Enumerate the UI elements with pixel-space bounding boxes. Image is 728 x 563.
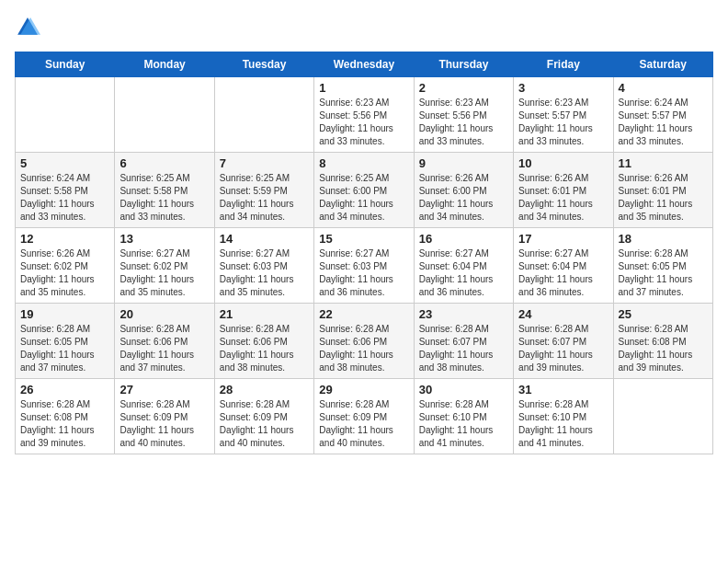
day-info: Sunrise: 6:26 AM Sunset: 6:01 PM Dayligh… [619,172,708,224]
calendar-cell: 27Sunrise: 6:28 AM Sunset: 6:09 PM Dayli… [115,379,214,454]
day-number: 4 [619,81,708,95]
day-info: Sunrise: 6:25 AM Sunset: 5:58 PM Dayligh… [119,172,209,224]
calendar-cell: 26Sunrise: 6:28 AM Sunset: 6:08 PM Dayli… [16,379,115,454]
day-number: 10 [518,156,608,170]
calendar-cell: 10Sunrise: 6:26 AM Sunset: 6:01 PM Dayli… [514,153,613,228]
calendar-cell: 24Sunrise: 6:28 AM Sunset: 6:07 PM Dayli… [514,304,613,379]
day-number: 26 [20,383,109,396]
day-info: Sunrise: 6:23 AM Sunset: 5:56 PM Dayligh… [319,97,408,148]
calendar-cell: 20Sunrise: 6:28 AM Sunset: 6:06 PM Dayli… [115,304,214,379]
calendar-cell: 1Sunrise: 6:23 AM Sunset: 5:56 PM Daylig… [314,77,414,153]
calendar-cell: 6Sunrise: 6:25 AM Sunset: 5:58 PM Daylig… [115,153,214,228]
day-number: 30 [419,383,508,396]
calendar-cell: 23Sunrise: 6:28 AM Sunset: 6:07 PM Dayli… [414,304,513,379]
day-number: 18 [619,232,708,246]
day-number: 6 [119,156,209,170]
calendar-week-row: 26Sunrise: 6:28 AM Sunset: 6:08 PM Dayli… [16,379,713,454]
day-info: Sunrise: 6:28 AM Sunset: 6:10 PM Dayligh… [419,398,508,450]
weekday-row: SundayMondayTuesdayWednesdayThursdayFrid… [16,52,713,77]
day-info: Sunrise: 6:27 AM Sunset: 6:03 PM Dayligh… [319,247,408,299]
calendar-week-row: 5Sunrise: 6:24 AM Sunset: 5:58 PM Daylig… [16,153,713,228]
day-info: Sunrise: 6:28 AM Sunset: 6:07 PM Dayligh… [518,323,608,374]
day-number: 29 [319,383,408,396]
day-info: Sunrise: 6:24 AM Sunset: 5:57 PM Dayligh… [619,97,708,148]
day-info: Sunrise: 6:28 AM Sunset: 6:08 PM Dayligh… [619,323,708,374]
day-number: 20 [119,307,209,321]
day-info: Sunrise: 6:27 AM Sunset: 6:03 PM Dayligh… [220,247,309,299]
day-number: 8 [319,156,408,170]
day-number: 27 [119,383,209,396]
day-number: 23 [419,307,508,321]
weekday-header: Thursday [414,52,513,77]
calendar-cell: 17Sunrise: 6:27 AM Sunset: 6:04 PM Dayli… [514,228,613,304]
weekday-header: Sunday [16,52,115,77]
calendar-cell: 25Sunrise: 6:28 AM Sunset: 6:08 PM Dayli… [613,304,712,379]
calendar-cell [115,77,214,153]
weekday-header: Saturday [613,52,712,77]
day-info: Sunrise: 6:26 AM Sunset: 6:00 PM Dayligh… [419,172,508,224]
day-number: 21 [220,307,309,321]
calendar-cell: 18Sunrise: 6:28 AM Sunset: 6:05 PM Dayli… [613,228,712,304]
calendar-cell: 21Sunrise: 6:28 AM Sunset: 6:06 PM Dayli… [214,304,313,379]
day-number: 15 [319,232,408,246]
day-number: 13 [119,232,209,246]
day-info: Sunrise: 6:24 AM Sunset: 5:58 PM Dayligh… [20,172,109,224]
calendar-cell: 4Sunrise: 6:24 AM Sunset: 5:57 PM Daylig… [613,77,712,153]
day-info: Sunrise: 6:27 AM Sunset: 6:04 PM Dayligh… [518,247,608,299]
day-info: Sunrise: 6:26 AM Sunset: 6:02 PM Dayligh… [20,247,109,299]
day-info: Sunrise: 6:28 AM Sunset: 6:05 PM Dayligh… [20,323,109,374]
calendar-cell: 22Sunrise: 6:28 AM Sunset: 6:06 PM Dayli… [314,304,414,379]
day-info: Sunrise: 6:28 AM Sunset: 6:05 PM Dayligh… [619,247,708,299]
day-info: Sunrise: 6:28 AM Sunset: 6:08 PM Dayligh… [20,398,109,450]
day-number: 12 [20,232,109,246]
calendar-cell: 7Sunrise: 6:25 AM Sunset: 5:59 PM Daylig… [214,153,313,228]
day-number: 28 [220,383,309,396]
day-info: Sunrise: 6:25 AM Sunset: 6:00 PM Dayligh… [319,172,408,224]
day-number: 14 [220,232,309,246]
day-number: 2 [419,81,508,95]
calendar-cell: 5Sunrise: 6:24 AM Sunset: 5:58 PM Daylig… [16,153,115,228]
weekday-header: Friday [514,52,613,77]
day-info: Sunrise: 6:26 AM Sunset: 6:01 PM Dayligh… [518,172,608,224]
day-info: Sunrise: 6:28 AM Sunset: 6:06 PM Dayligh… [319,323,408,374]
day-number: 25 [619,307,708,321]
weekday-header: Wednesday [314,52,414,77]
calendar-week-row: 12Sunrise: 6:26 AM Sunset: 6:02 PM Dayli… [16,228,713,304]
logo [15,15,44,40]
day-number: 11 [619,156,708,170]
day-number: 1 [319,81,408,95]
day-info: Sunrise: 6:23 AM Sunset: 5:56 PM Dayligh… [419,97,508,148]
day-number: 7 [220,156,309,170]
calendar-cell [214,77,313,153]
calendar-cell [613,379,712,454]
day-number: 3 [518,81,608,95]
weekday-header: Monday [115,52,214,77]
day-info: Sunrise: 6:25 AM Sunset: 5:59 PM Dayligh… [220,172,309,224]
logo-icon [15,15,40,40]
calendar-table: SundayMondayTuesdayWednesdayThursdayFrid… [15,52,713,454]
day-info: Sunrise: 6:27 AM Sunset: 6:02 PM Dayligh… [119,247,209,299]
calendar-cell: 8Sunrise: 6:25 AM Sunset: 6:00 PM Daylig… [314,153,414,228]
day-number: 17 [518,232,608,246]
calendar-cell: 13Sunrise: 6:27 AM Sunset: 6:02 PM Dayli… [115,228,214,304]
page-header [15,15,713,40]
day-info: Sunrise: 6:27 AM Sunset: 6:04 PM Dayligh… [419,247,508,299]
calendar-cell: 9Sunrise: 6:26 AM Sunset: 6:00 PM Daylig… [414,153,513,228]
day-number: 24 [518,307,608,321]
calendar-cell: 15Sunrise: 6:27 AM Sunset: 6:03 PM Dayli… [314,228,414,304]
day-number: 16 [419,232,508,246]
day-number: 22 [319,307,408,321]
calendar-header: SundayMondayTuesdayWednesdayThursdayFrid… [16,52,713,77]
calendar-week-row: 1Sunrise: 6:23 AM Sunset: 5:56 PM Daylig… [16,77,713,153]
day-info: Sunrise: 6:28 AM Sunset: 6:09 PM Dayligh… [319,398,408,450]
calendar-cell: 16Sunrise: 6:27 AM Sunset: 6:04 PM Dayli… [414,228,513,304]
calendar-cell: 11Sunrise: 6:26 AM Sunset: 6:01 PM Dayli… [613,153,712,228]
day-number: 31 [518,383,608,396]
day-info: Sunrise: 6:23 AM Sunset: 5:57 PM Dayligh… [518,97,608,148]
weekday-header: Tuesday [214,52,313,77]
day-info: Sunrise: 6:28 AM Sunset: 6:06 PM Dayligh… [119,323,209,374]
calendar-cell: 12Sunrise: 6:26 AM Sunset: 6:02 PM Dayli… [16,228,115,304]
day-number: 19 [20,307,109,321]
day-info: Sunrise: 6:28 AM Sunset: 6:06 PM Dayligh… [220,323,309,374]
calendar-body: 1Sunrise: 6:23 AM Sunset: 5:56 PM Daylig… [16,77,713,454]
